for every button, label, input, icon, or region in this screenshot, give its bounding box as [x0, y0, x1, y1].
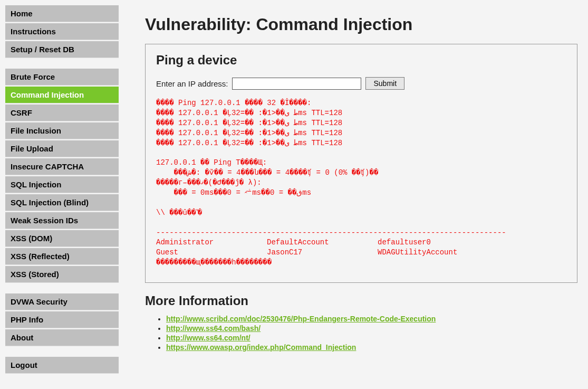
- page-title: Vulnerability: Command Injection: [145, 15, 577, 34]
- nav-item-brute-force[interactable]: Brute Force: [5, 69, 119, 86]
- ip-input[interactable]: [232, 78, 361, 90]
- nav-item-instructions[interactable]: Instructions: [5, 23, 119, 40]
- nav-item-weak-session-ids[interactable]: Weak Session IDs: [5, 212, 119, 229]
- ip-form: Enter an IP address: Submit: [156, 77, 566, 90]
- more-info-item: http://www.ss64.com/bash/: [166, 324, 577, 333]
- more-info-link[interactable]: http://www.ss64.com/nt/: [166, 334, 250, 342]
- command-output: ���� Ping 127.0.0.1 ���� 32 �Ǐ����: ����…: [156, 98, 566, 268]
- more-info-heading: More Information: [145, 293, 577, 308]
- nav-item-xss-dom-[interactable]: XSS (DOM): [5, 230, 119, 247]
- nav-item-insecure-captcha[interactable]: Insecure CAPTCHA: [5, 158, 119, 175]
- more-info-list: http://www.scribd.com/doc/2530476/Php-En…: [166, 315, 577, 352]
- nav-item-xss-reflected-[interactable]: XSS (Reflected): [5, 248, 119, 265]
- nav-item-logout[interactable]: Logout: [5, 357, 119, 374]
- submit-button[interactable]: Submit: [365, 77, 404, 90]
- nav-item-sql-injection[interactable]: SQL Injection: [5, 176, 119, 193]
- more-info-link[interactable]: http://www.scribd.com/doc/2530476/Php-En…: [166, 315, 436, 323]
- nav-item-csrf[interactable]: CSRF: [5, 105, 119, 121]
- ping-panel: Ping a device Enter an IP address: Submi…: [145, 44, 577, 283]
- more-info: More Information http://www.scribd.com/d…: [145, 293, 577, 352]
- main: Vulnerability: Command Injection Ping a …: [145, 5, 577, 384]
- nav-item-php-info[interactable]: PHP Info: [5, 311, 119, 328]
- nav-item-sql-injection-blind-[interactable]: SQL Injection (Blind): [5, 194, 119, 211]
- nav-group-4: Logout: [5, 357, 119, 374]
- nav-item-command-injection[interactable]: Command Injection: [5, 87, 119, 103]
- more-info-item: http://www.scribd.com/doc/2530476/Php-En…: [166, 315, 577, 323]
- nav-group-2: Brute ForceCommand InjectionCSRFFile Inc…: [5, 69, 119, 283]
- nav-item-dvwa-security[interactable]: DVWA Security: [5, 293, 119, 310]
- nav-item-file-inclusion[interactable]: File Inclusion: [5, 122, 119, 139]
- ip-label: Enter an IP address:: [156, 79, 228, 88]
- nav-item-setup-reset-db[interactable]: Setup / Reset DB: [5, 41, 119, 58]
- nav-item-file-upload[interactable]: File Upload: [5, 140, 119, 157]
- nav-group-1: HomeInstructionsSetup / Reset DB: [5, 5, 119, 58]
- more-info-link[interactable]: https://www.owasp.org/index.php/Command_…: [166, 343, 356, 352]
- nav-item-about[interactable]: About: [5, 329, 119, 346]
- nav-item-xss-stored-[interactable]: XSS (Stored): [5, 266, 119, 283]
- panel-heading: Ping a device: [156, 53, 566, 68]
- more-info-link[interactable]: http://www.ss64.com/bash/: [166, 324, 261, 333]
- sidebar: HomeInstructionsSetup / Reset DB Brute F…: [5, 5, 119, 384]
- more-info-item: https://www.owasp.org/index.php/Command_…: [166, 343, 577, 352]
- nav-group-3: DVWA SecurityPHP InfoAbout: [5, 293, 119, 346]
- nav-item-home[interactable]: Home: [5, 5, 119, 22]
- more-info-item: http://www.ss64.com/nt/: [166, 334, 577, 342]
